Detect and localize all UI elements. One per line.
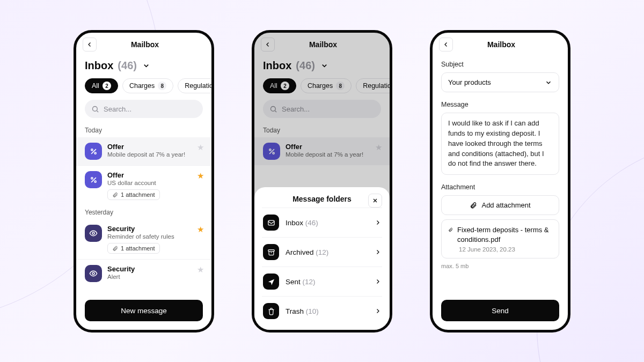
- message-subtitle: US dollar account: [107, 180, 203, 186]
- header-title: Mailbox: [456, 40, 561, 49]
- back-button[interactable]: [83, 38, 97, 51]
- message-item[interactable]: Offer Mobile deposit at 7% a year! ★: [76, 137, 211, 165]
- folders-sheet: Message folders Inbox (46) Archived (12): [254, 187, 390, 330]
- close-button[interactable]: [368, 194, 382, 208]
- back-button[interactable]: [439, 38, 453, 51]
- message-title: Security: [107, 225, 203, 233]
- subject-select[interactable]: Your products: [441, 72, 559, 92]
- search-placeholder: Search...: [104, 105, 131, 113]
- attachment-date: 12 June 2023, 20.23: [448, 246, 552, 253]
- chip-charges[interactable]: Charges 8: [122, 78, 173, 93]
- header: Mailbox: [76, 33, 211, 56]
- attachment-card[interactable]: Fixed-term deposits - terms & conditions…: [441, 219, 559, 258]
- group-yesterday: Yesterday: [76, 205, 211, 219]
- archive-icon: [267, 248, 275, 256]
- message-label: Message: [441, 101, 559, 108]
- chevron-down-icon: [142, 62, 150, 70]
- search-icon: [91, 105, 99, 113]
- subject-label: Subject: [441, 61, 559, 68]
- message-title: Offer: [107, 143, 203, 151]
- paperclip-icon: [112, 246, 118, 252]
- percent-icon: [90, 147, 98, 156]
- send-icon: [267, 278, 275, 286]
- folder-inbox[interactable]: Inbox (46): [262, 208, 382, 237]
- star-icon[interactable]: ★: [197, 171, 204, 181]
- chip-all[interactable]: All 2: [85, 78, 118, 93]
- message-item[interactable]: Security Alert ★: [76, 259, 211, 287]
- header-title: Mailbox: [100, 40, 205, 49]
- svg-point-6: [92, 272, 94, 275]
- paperclip-icon: [112, 192, 118, 198]
- star-icon[interactable]: ★: [197, 265, 204, 275]
- security-icon: [85, 265, 102, 282]
- offer-icon: [85, 143, 102, 160]
- send-button[interactable]: Send: [441, 300, 559, 321]
- attachment-filename: Fixed-term deposits - terms & conditions…: [457, 225, 552, 244]
- folder-trash[interactable]: Trash (10): [262, 296, 382, 326]
- chip-all-badge: 2: [103, 82, 111, 90]
- message-item[interactable]: Offer US dollar account 1 attachment ★: [76, 165, 211, 205]
- phone-folders: Mailbox Inbox (46) All2 Charges8 Regulat…: [252, 30, 392, 333]
- close-icon: [372, 197, 378, 204]
- svg-rect-10: [268, 220, 274, 225]
- attachment-pill[interactable]: 1 attachment: [107, 243, 160, 254]
- eye-icon: [89, 229, 98, 238]
- svg-point-1: [91, 149, 92, 150]
- svg-point-4: [94, 181, 96, 182]
- message-subtitle: Reminder of safety rules: [107, 233, 203, 240]
- security-icon: [85, 225, 102, 242]
- attachment-hint: max. 5 mb: [441, 263, 559, 269]
- message-title: Security: [107, 265, 203, 273]
- folder-archived[interactable]: Archived (12): [262, 237, 382, 267]
- offer-icon: [85, 171, 102, 188]
- inbox-label: Inbox: [85, 60, 113, 72]
- group-today: Today: [76, 123, 211, 137]
- phone-inbox: Mailbox Inbox (46) All 2 Charges 8 Regul…: [74, 30, 214, 333]
- subject-value: Your products: [448, 78, 491, 86]
- search-input[interactable]: Search...: [85, 100, 203, 118]
- paperclip-icon: [448, 226, 453, 233]
- star-icon[interactable]: ★: [197, 225, 204, 234]
- trash-icon: [267, 307, 275, 315]
- svg-point-2: [94, 152, 96, 154]
- add-attachment-button[interactable]: Add attachment: [441, 195, 559, 215]
- chevron-right-icon: [375, 278, 381, 285]
- svg-point-0: [93, 106, 98, 111]
- paperclip-icon: [470, 202, 477, 209]
- envelope-icon: [267, 219, 275, 227]
- sheet-title: Message folders: [292, 195, 352, 203]
- attachment-label: Attachment: [441, 183, 559, 191]
- arrow-left-icon: [443, 41, 449, 48]
- svg-point-5: [92, 232, 94, 234]
- folder-sent[interactable]: Sent (12): [262, 267, 382, 296]
- chevron-right-icon: [375, 308, 381, 314]
- chip-regulations[interactable]: Regulations: [178, 78, 214, 93]
- filter-chips: All 2 Charges 8 Regulations: [76, 78, 211, 100]
- message-title: Offer: [107, 171, 203, 179]
- chevron-down-icon: [545, 79, 552, 86]
- arrow-left-icon: [86, 41, 93, 48]
- inbox-selector[interactable]: Inbox (46): [76, 56, 211, 78]
- chevron-right-icon: [375, 249, 381, 255]
- message-subtitle: Alert: [107, 274, 203, 280]
- chip-charges-badge: 8: [158, 82, 166, 90]
- percent-icon: [90, 176, 98, 184]
- attachment-pill[interactable]: 1 attachment: [107, 189, 160, 200]
- inbox-count: (46): [118, 60, 137, 72]
- phone-compose: Mailbox Subject Your products Message I …: [430, 30, 570, 333]
- eye-icon: [89, 269, 98, 278]
- new-message-button[interactable]: New message: [85, 300, 203, 321]
- header: Mailbox: [433, 33, 568, 56]
- message-textarea[interactable]: I would like to ask if I can add funds t…: [441, 113, 559, 175]
- message-item[interactable]: Security Reminder of safety rules 1 atta…: [76, 219, 211, 259]
- chevron-right-icon: [375, 219, 381, 226]
- svg-point-3: [91, 177, 92, 179]
- svg-rect-11: [268, 249, 274, 251]
- star-icon[interactable]: ★: [197, 143, 204, 152]
- message-subtitle: Mobile deposit at 7% a year!: [107, 151, 203, 158]
